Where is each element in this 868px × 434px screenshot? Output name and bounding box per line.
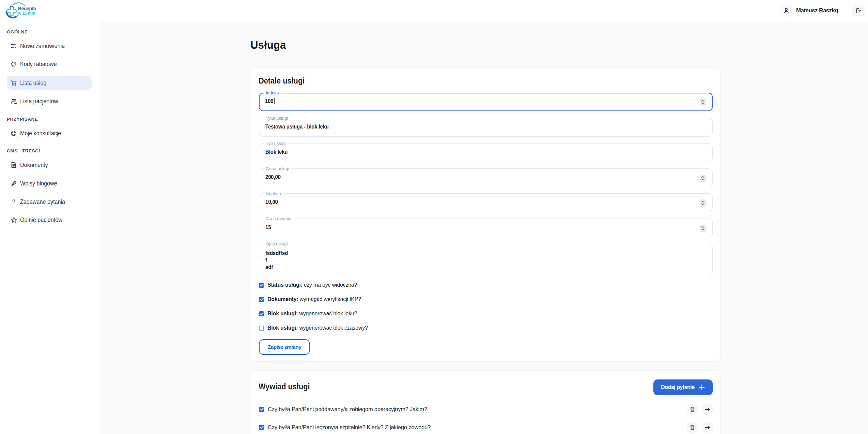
- svg-text:Recepta: Recepta: [18, 5, 36, 11]
- svg-text:w 15 min: w 15 min: [18, 11, 35, 16]
